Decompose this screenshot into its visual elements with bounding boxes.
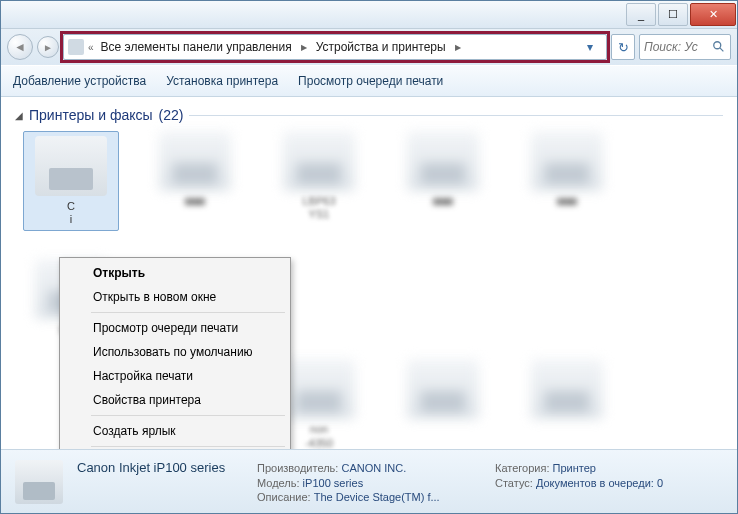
refresh-button[interactable]: ↻ (611, 34, 635, 60)
group-header[interactable]: ◢ Принтеры и факсы (22) (15, 107, 723, 123)
model-value: iP100 series (303, 477, 364, 489)
back-button[interactable]: ◄ (7, 34, 33, 60)
address-bar[interactable]: « Все элементы панели управления ▶ Устро… (63, 34, 607, 60)
description-label: Описание: (257, 491, 311, 503)
address-dropdown-icon[interactable]: ▾ (578, 35, 602, 59)
category-label: Категория: (495, 462, 549, 474)
description-value: The Device Stage(TM) f... (314, 491, 440, 503)
device-item-selected[interactable]: Ci (23, 131, 119, 231)
breadcrumb-chevrons[interactable]: « (86, 42, 96, 53)
close-button[interactable]: ✕ (690, 3, 736, 26)
device-label: LBP63 YS1 (302, 195, 335, 221)
ctx-open-new-window[interactable]: Открыть в новом окне (63, 285, 287, 309)
titlebar: _ ☐ ✕ (1, 1, 737, 29)
printer-icon (407, 131, 479, 191)
device-label: non -4350 YS1 (305, 423, 333, 449)
back-icon: ◄ (14, 40, 26, 54)
printer-icon (159, 131, 231, 191)
breadcrumb-segment-1[interactable]: Все элементы панели управления (98, 39, 295, 55)
group-divider (189, 115, 723, 116)
device-item[interactable]: ■■■ (395, 131, 491, 231)
add-device-button[interactable]: Добавление устройства (13, 74, 146, 88)
ctx-printer-properties[interactable]: Свойства принтера (63, 388, 287, 412)
view-print-queue-button[interactable]: Просмотр очереди печати (298, 74, 443, 88)
command-bar: Добавление устройства Установка принтера… (1, 65, 737, 97)
device-item[interactable] (395, 359, 491, 449)
ctx-separator (91, 415, 285, 416)
ctx-separator (91, 312, 285, 313)
ctx-set-default[interactable]: Использовать по умолчанию (63, 340, 287, 364)
navbar: ◄ ► « Все элементы панели управления ▶ У… (1, 29, 737, 65)
forward-button[interactable]: ► (37, 36, 59, 58)
ctx-open[interactable]: Открыть (63, 261, 287, 285)
svg-point-0 (714, 42, 721, 49)
breadcrumb-arrow[interactable]: ▶ (451, 43, 465, 52)
printer-icon (283, 359, 355, 419)
breadcrumb-segment-2[interactable]: Устройства и принтеры (313, 39, 449, 55)
device-item[interactable]: LBP63 YS1 (271, 131, 367, 231)
printer-icon (531, 359, 603, 419)
details-grid: Canon Inkjet iP100 series Производитель:… (77, 460, 723, 503)
status-value: Документов в очереди: 0 (536, 477, 663, 489)
maximize-button[interactable]: ☐ (658, 3, 688, 26)
manufacturer-value: CANON INC. (341, 462, 406, 474)
device-item[interactable]: ■■■ (519, 131, 615, 231)
content-area: ◢ Принтеры и факсы (22) Ci ■■■ LBP63 YS1 (1, 97, 737, 449)
install-printer-button[interactable]: Установка принтера (166, 74, 278, 88)
minimize-button[interactable]: _ (626, 3, 656, 26)
device-label: ■■■ (557, 195, 577, 219)
device-label: ■■■ (185, 195, 205, 219)
collapse-icon[interactable]: ◢ (15, 110, 23, 121)
printer-icon (407, 359, 479, 419)
details-title: Canon Inkjet iP100 series (77, 460, 247, 475)
device-item[interactable] (519, 359, 615, 449)
device-label: ■■■ (433, 195, 453, 219)
breadcrumb-arrow[interactable]: ▶ (297, 43, 311, 52)
category-value: Принтер (553, 462, 596, 474)
device-label: Ci (67, 200, 75, 226)
printer-icon (531, 131, 603, 191)
search-icon (712, 40, 726, 54)
ctx-printing-preferences[interactable]: Настройка печати (63, 364, 287, 388)
search-input[interactable] (644, 40, 702, 54)
svg-line-1 (720, 48, 724, 52)
explorer-window: _ ☐ ✕ ◄ ► « Все элементы панели управлен… (0, 0, 738, 514)
status-label: Статус: (495, 477, 533, 489)
context-menu: Открыть Открыть в новом окне Просмотр оч… (59, 257, 291, 449)
device-item[interactable]: ■■■ (147, 131, 243, 231)
details-printer-icon (15, 460, 63, 504)
model-label: Модель: (257, 477, 300, 489)
ctx-separator (91, 446, 285, 447)
printer-icon (35, 136, 107, 196)
group-count: (22) (159, 107, 184, 123)
manufacturer-label: Производитель: (257, 462, 338, 474)
details-pane: Canon Inkjet iP100 series Производитель:… (1, 449, 737, 513)
forward-icon: ► (43, 42, 53, 53)
ctx-view-queue[interactable]: Просмотр очереди печати (63, 316, 287, 340)
control-panel-icon (68, 39, 84, 55)
group-title: Принтеры и факсы (29, 107, 153, 123)
search-box[interactable] (639, 34, 731, 60)
printer-icon (283, 131, 355, 191)
ctx-create-shortcut[interactable]: Создать ярлык (63, 419, 287, 443)
